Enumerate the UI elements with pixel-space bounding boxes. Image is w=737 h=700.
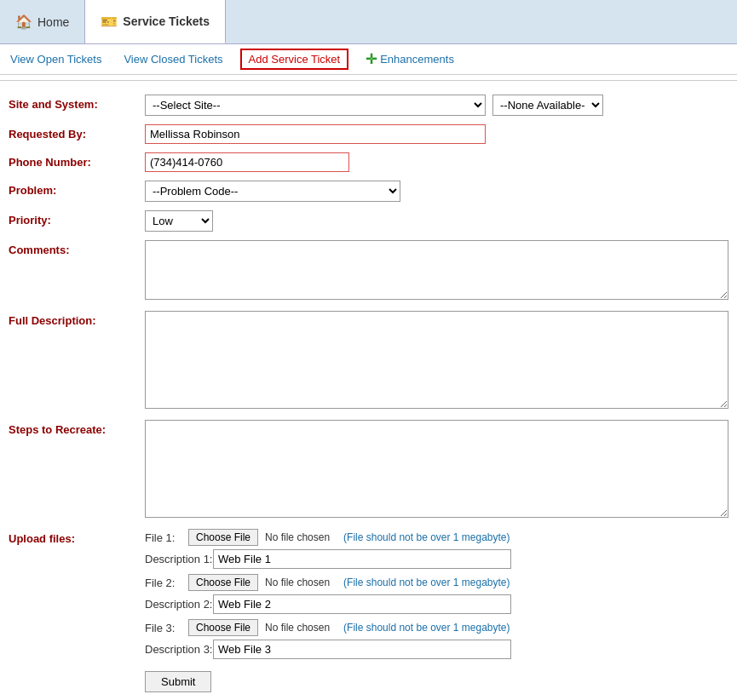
enhancements-label: Enhancements: [380, 53, 454, 66]
desc3-input[interactable]: [213, 640, 511, 659]
steps-label: Steps to Recreate:: [9, 420, 145, 436]
problem-row: Problem: --Problem Code--: [9, 181, 728, 202]
comments-textarea[interactable]: [145, 240, 728, 300]
view-open-tickets-link[interactable]: View Open Tickets: [5, 49, 107, 69]
desc1-label: Description 1:: [145, 553, 213, 565]
requested-by-control: [145, 124, 728, 144]
site-select[interactable]: --Select Site--: [145, 95, 486, 116]
file2-row: File 2: Choose File No file chosen (File…: [145, 574, 728, 591]
tab-home-label: Home: [37, 15, 69, 29]
ticket-icon: 🎫: [101, 14, 118, 30]
form-area: Site and System: --Select Site-- --None …: [0, 86, 737, 700]
top-nav: 🏠 Home 🎫 Service Tickets: [0, 0, 737, 44]
problem-control: --Problem Code--: [145, 181, 728, 202]
file1-no-file: No file chosen: [265, 531, 330, 543]
full-description-textarea[interactable]: [145, 311, 728, 409]
add-service-ticket-link[interactable]: Add Service Ticket: [240, 49, 349, 70]
problem-label: Problem:: [9, 181, 145, 197]
file1-size-note: (File should not be over 1 megabyte): [343, 531, 510, 543]
upload-section: Upload files: File 1: Choose File No fil…: [9, 529, 728, 692]
comments-control: [145, 240, 728, 302]
file3-no-file: No file chosen: [265, 622, 330, 634]
full-description-row: Full Description:: [9, 311, 728, 411]
file2-label: File 2:: [145, 577, 183, 589]
phone-control: [145, 152, 728, 172]
site-system-label: Site and System:: [9, 95, 145, 111]
submit-button[interactable]: Submit: [145, 671, 211, 692]
site-system-row: Site and System: --Select Site-- --None …: [9, 95, 728, 116]
priority-row: Priority: Low Medium High: [9, 210, 728, 232]
steps-row: Steps to Recreate:: [9, 420, 728, 520]
full-description-label: Full Description:: [9, 311, 145, 327]
desc1-input[interactable]: [213, 549, 511, 569]
tab-home[interactable]: 🏠 Home: [0, 0, 85, 43]
desc2-input[interactable]: [213, 594, 511, 614]
enhancements-link[interactable]: ✛ Enhancements: [360, 48, 459, 71]
file3-size-note: (File should not be over 1 megabyte): [343, 622, 510, 634]
desc3-label: Description 3:: [145, 643, 213, 656]
submit-row: Submit: [145, 664, 728, 692]
phone-label: Phone Number:: [9, 152, 145, 169]
file3-label: File 3:: [145, 622, 183, 634]
site-system-controls: --Select Site-- --None Available--: [145, 95, 728, 116]
desc2-label: Description 2:: [145, 598, 213, 611]
full-description-control: [145, 311, 728, 411]
home-icon: 🏠: [15, 14, 32, 30]
plus-icon: ✛: [366, 51, 377, 67]
nav-divider: [0, 80, 737, 81]
upload-files-area: File 1: Choose File No file chosen (File…: [145, 529, 728, 692]
steps-control: [145, 420, 728, 520]
second-nav: View Open Tickets View Closed Tickets Ad…: [0, 44, 737, 75]
file1-label: File 1:: [145, 531, 183, 544]
comments-label: Comments:: [9, 240, 145, 256]
requested-by-row: Requested By:: [9, 124, 728, 144]
problem-select[interactable]: --Problem Code--: [145, 181, 400, 202]
requested-by-input[interactable]: [145, 124, 486, 144]
desc1-row: Description 1:: [145, 549, 728, 569]
view-closed-tickets-link[interactable]: View Closed Tickets: [118, 49, 227, 69]
priority-select[interactable]: Low Medium High: [145, 210, 213, 232]
priority-control: Low Medium High: [145, 210, 728, 232]
tab-service-tickets[interactable]: 🎫 Service Tickets: [85, 0, 226, 43]
desc2-row: Description 2:: [145, 594, 728, 614]
steps-textarea[interactable]: [145, 420, 728, 518]
none-available-select[interactable]: --None Available--: [492, 95, 603, 116]
file2-choose-button[interactable]: Choose File: [188, 574, 258, 591]
file3-choose-button[interactable]: Choose File: [188, 619, 258, 636]
requested-by-label: Requested By:: [9, 124, 145, 141]
desc3-row: Description 3:: [145, 640, 728, 659]
file2-size-note: (File should not be over 1 megabyte): [343, 577, 510, 588]
file3-row: File 3: Choose File No file chosen (File…: [145, 619, 728, 636]
phone-row: Phone Number:: [9, 152, 728, 172]
priority-label: Priority:: [9, 210, 145, 227]
phone-input[interactable]: [145, 152, 349, 172]
upload-label: Upload files:: [9, 529, 145, 545]
file1-choose-button[interactable]: Choose File: [188, 529, 258, 546]
file1-row: File 1: Choose File No file chosen (File…: [145, 529, 728, 546]
comments-row: Comments:: [9, 240, 728, 302]
file2-no-file: No file chosen: [265, 577, 330, 588]
tab-service-tickets-label: Service Tickets: [123, 14, 210, 28]
